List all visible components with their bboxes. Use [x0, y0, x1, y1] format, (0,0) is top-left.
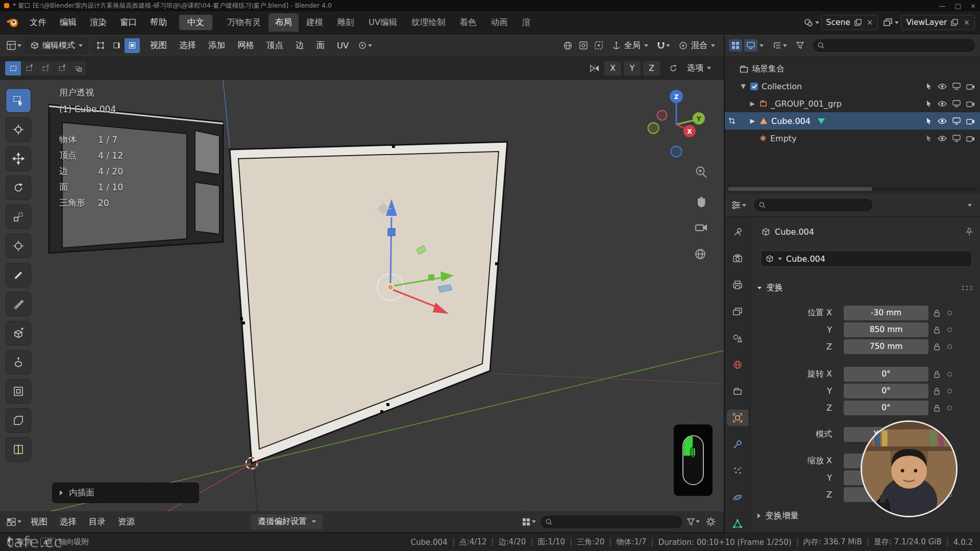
viewport-menu[interactable]: 边 [290, 37, 309, 54]
tab-render[interactable] [727, 251, 748, 267]
tool-move[interactable] [6, 147, 31, 170]
outliner-tree-icon[interactable] [771, 39, 789, 52]
tab-scene[interactable] [727, 330, 748, 346]
topbar-menu[interactable]: 编辑 [54, 14, 83, 31]
pan-button[interactable] [698, 197, 705, 208]
proportional-dropdown[interactable]: 混合 [674, 38, 720, 54]
viewport-menu[interactable]: 网格 [232, 37, 259, 54]
workspace-tab[interactable]: 雕刻 [331, 13, 361, 32]
topbar-menu[interactable]: 窗口 [114, 14, 143, 31]
asset-search-input[interactable] [556, 517, 677, 527]
snap-dropdown-icon[interactable] [655, 40, 672, 52]
lock-icon[interactable] [934, 309, 940, 317]
editor-type-icon[interactable] [4, 39, 23, 52]
language-button[interactable]: 中文 [179, 15, 212, 30]
expand-arrow[interactable]: ▶ [749, 117, 756, 124]
gear-icon[interactable] [704, 515, 718, 528]
viewport-menu[interactable]: 选择 [174, 37, 201, 54]
properties-filter-chevron[interactable] [968, 204, 972, 207]
transform-section-header[interactable]: 变换 [757, 280, 973, 295]
display-size-icon[interactable] [520, 516, 538, 528]
asset-menu[interactable]: 选择 [55, 514, 82, 530]
outliner-filter-icon[interactable] [794, 40, 806, 51]
number-field[interactable]: 0° [844, 400, 928, 415]
asset-menu[interactable]: 目录 [84, 514, 111, 530]
close-button[interactable]: × [970, 2, 976, 10]
maximize-button[interactable]: □ [955, 2, 961, 10]
vertex-select-icon[interactable] [93, 38, 108, 53]
import-method-dropdown[interactable]: 遵循偏好设置 [251, 514, 323, 530]
options-dropdown[interactable]: 选项 [682, 60, 716, 76]
animate-dot[interactable] [947, 372, 952, 377]
tab-output[interactable] [727, 277, 748, 293]
workspace-tab[interactable]: UV编辑 [362, 13, 404, 32]
animate-dot[interactable] [947, 311, 952, 315]
minimize-button[interactable]: — [939, 2, 946, 10]
tab-collection[interactable] [727, 383, 748, 399]
select-mode-intersect-icon[interactable] [70, 61, 86, 76]
tab-view-layer[interactable] [727, 304, 748, 320]
tool-add-primitive[interactable] [6, 321, 31, 345]
outliner-row-collection[interactable]: ▼ Collection [725, 78, 980, 95]
mirror-x-button[interactable]: X [604, 61, 621, 76]
outliner-display-screen-icon[interactable] [744, 39, 757, 52]
scene-browse-icon[interactable] [803, 17, 819, 28]
number-field[interactable]: -30 mm [844, 306, 928, 320]
snap-target-icon[interactable] [667, 62, 680, 74]
animate-dot[interactable] [947, 328, 952, 332]
outliner-search-input[interactable] [828, 41, 970, 50]
blender-logo-icon[interactable] [5, 16, 20, 29]
select-mode-new-icon[interactable] [5, 61, 21, 76]
animate-dot[interactable] [947, 406, 952, 410]
overlay-toggle-icon[interactable] [592, 39, 605, 52]
tool-rotate[interactable] [6, 176, 31, 199]
edge-select-icon[interactable] [109, 38, 124, 53]
operator-panel[interactable]: 内插面 [52, 483, 199, 503]
asset-filter-icon[interactable] [685, 517, 702, 527]
tool-bevel[interactable] [6, 409, 31, 432]
lock-icon[interactable] [934, 404, 940, 412]
select-mode-subtract-icon[interactable] [38, 61, 54, 76]
viewport-menu[interactable]: 顶点 [261, 37, 288, 54]
tool-scale[interactable] [6, 205, 31, 229]
outliner-row-group[interactable]: ▶ _GROUP_001_grp [725, 95, 980, 112]
properties-search-input[interactable] [769, 201, 868, 210]
workspace-tab[interactable]: 建模 [300, 13, 330, 32]
number-field[interactable]: 850 mm [844, 322, 928, 337]
topbar-menu[interactable]: 帮助 [144, 14, 173, 31]
workspace-tab[interactable]: 纹理绘制 [405, 13, 452, 32]
select-mode-invert-icon[interactable] [54, 61, 70, 76]
viewport-menu[interactable]: 视图 [145, 37, 172, 54]
outliner-display-grid-icon[interactable] [729, 39, 742, 52]
mode-dropdown[interactable]: 编辑模式 [26, 38, 88, 54]
viewport-menu[interactable]: 添加 [203, 37, 230, 54]
outliner-search-field[interactable] [812, 38, 976, 53]
lock-icon[interactable] [934, 343, 940, 350]
number-field[interactable]: 750 mm [844, 339, 928, 354]
animate-dot[interactable] [947, 389, 952, 393]
object-name-field[interactable]: Cube.004 [761, 251, 972, 267]
mirror-x-button[interactable]: Z [643, 61, 660, 76]
number-field[interactable]: 0° [844, 384, 928, 398]
tab-modifiers[interactable] [727, 436, 748, 453]
outliner-scrollbar[interactable] [728, 187, 977, 191]
tab-physics[interactable] [727, 489, 748, 506]
tab-tool[interactable] [727, 224, 748, 240]
lock-icon[interactable] [934, 370, 940, 378]
properties-editor-type-icon[interactable] [729, 199, 748, 211]
viewlayer-name-field[interactable]: ViewLayer × [901, 15, 975, 30]
face-select-icon[interactable] [125, 38, 140, 53]
pivot-dropdown-icon[interactable] [356, 39, 374, 52]
tool-measure[interactable] [6, 292, 31, 316]
select-mode-extend-icon[interactable] [21, 61, 37, 76]
outliner-row-empty[interactable]: Empty [725, 130, 980, 147]
3d-viewport[interactable]: Z Y X [0, 80, 724, 511]
tool-inset-faces[interactable] [6, 380, 31, 403]
asset-menu[interactable]: 资源 [113, 514, 140, 530]
workspace-tab[interactable]: 布局 [268, 13, 299, 32]
tool-loop-cut[interactable] [6, 438, 31, 461]
tool-extrude-region[interactable] [6, 350, 31, 374]
asset-editor-type-icon[interactable] [4, 515, 23, 529]
asset-menu[interactable]: 视图 [26, 514, 53, 530]
tab-object-data[interactable] [727, 516, 748, 532]
